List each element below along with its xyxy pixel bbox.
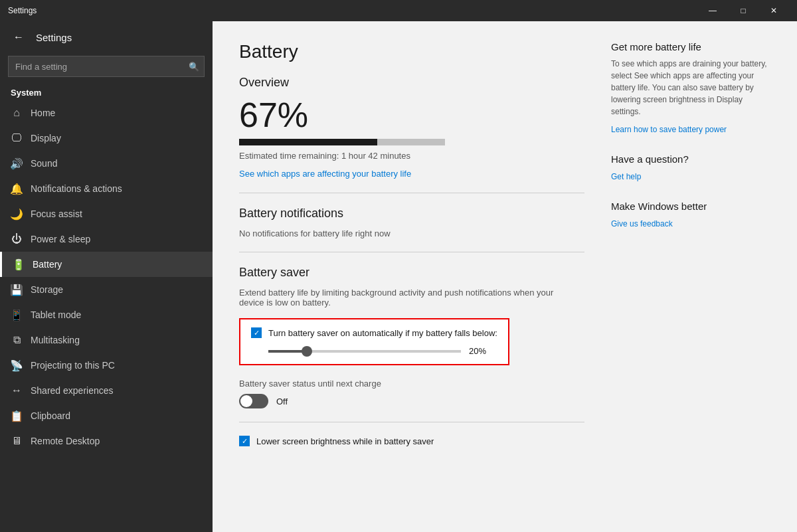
minimize-button[interactable]: — bbox=[697, 0, 728, 21]
sidebar-item-projecting[interactable]: 📡 Projecting to this PC bbox=[0, 353, 213, 378]
checkmark-icon-2: ✓ bbox=[242, 437, 248, 446]
right-title-2: Have a question? bbox=[611, 153, 770, 165]
lower-brightness-row: ✓ Lower screen brightness while in batte… bbox=[239, 436, 584, 446]
right-desc-1: To see which apps are draining your batt… bbox=[611, 58, 770, 118]
sidebar-item-multitasking[interactable]: ⧉ Multitasking bbox=[0, 327, 213, 353]
saver-title: Battery saver bbox=[239, 266, 584, 280]
notifications-title: Battery notifications bbox=[239, 207, 584, 221]
slider-row: 20% bbox=[268, 346, 497, 356]
remote-icon: 🖥 bbox=[11, 435, 23, 447]
divider-2 bbox=[239, 252, 584, 252]
toggle-row: Off bbox=[239, 394, 584, 408]
multitasking-icon: ⧉ bbox=[11, 334, 23, 346]
sidebar-item-label: Battery bbox=[33, 259, 62, 270]
status-label: Battery saver status until next charge bbox=[239, 379, 584, 389]
estimated-time: Estimated time remaining: 1 hour 42 minu… bbox=[239, 151, 584, 161]
focus-icon: 🌙 bbox=[11, 208, 23, 220]
sidebar-header: ← Settings bbox=[0, 21, 213, 53]
checkbox-row: ✓ Turn battery saver on automatically if… bbox=[251, 327, 497, 338]
right-panel: Get more battery life To see which apps … bbox=[611, 41, 770, 512]
battery-saver-checkbox[interactable]: ✓ bbox=[251, 327, 262, 338]
sidebar-app-title: Settings bbox=[36, 32, 72, 43]
lower-brightness-checkbox[interactable]: ✓ bbox=[239, 436, 250, 446]
sidebar-item-label: Projecting to this PC bbox=[31, 360, 115, 371]
shared-icon: ↔ bbox=[11, 385, 23, 397]
sidebar-item-label: Storage bbox=[31, 284, 63, 295]
sidebar-item-power[interactable]: ⏻ Power & sleep bbox=[0, 226, 213, 252]
sidebar-item-label: Tablet mode bbox=[31, 310, 81, 320]
sidebar-item-label: Power & sleep bbox=[31, 234, 90, 244]
right-title-3: Make Windows better bbox=[611, 201, 770, 212]
checkmark-icon: ✓ bbox=[254, 329, 260, 337]
sidebar-item-label: Notifications & actions bbox=[31, 183, 122, 194]
battery-percent: 67% bbox=[239, 98, 584, 132]
main-content: Battery Overview 67% Estimated time rema… bbox=[239, 41, 584, 512]
right-title-1: Get more battery life bbox=[611, 41, 770, 52]
sidebar: ← Settings 🔍 System ⌂ Home 🖵 Display 🔊 S… bbox=[0, 21, 213, 532]
titlebar: Settings — □ ✕ bbox=[0, 0, 797, 21]
battery-slider-thumb[interactable] bbox=[302, 346, 312, 357]
tablet-icon: 📱 bbox=[11, 309, 23, 321]
sidebar-section-label: System bbox=[0, 82, 213, 100]
sidebar-item-label: Home bbox=[31, 108, 55, 118]
sidebar-item-notifications[interactable]: 🔔 Notifications & actions bbox=[0, 176, 213, 201]
main-window: ← Settings 🔍 System ⌂ Home 🖵 Display 🔊 S… bbox=[0, 21, 797, 532]
back-button[interactable]: ← bbox=[8, 27, 29, 48]
sidebar-item-clipboard[interactable]: 📋 Clipboard bbox=[0, 403, 213, 428]
right-section-1: Get more battery life To see which apps … bbox=[611, 41, 770, 135]
page-title: Battery bbox=[239, 41, 584, 62]
power-icon: ⏻ bbox=[11, 233, 23, 245]
sidebar-item-label: Remote Desktop bbox=[31, 436, 100, 446]
toggle-label: Off bbox=[276, 397, 288, 406]
save-battery-link[interactable]: Learn how to save battery power bbox=[611, 125, 727, 134]
right-section-2: Have a question? Get help bbox=[611, 153, 770, 182]
divider-3 bbox=[239, 422, 584, 422]
notifications-icon: 🔔 bbox=[11, 183, 23, 195]
home-icon: ⌂ bbox=[11, 107, 23, 119]
storage-icon: 💾 bbox=[11, 284, 23, 296]
sidebar-item-focus[interactable]: 🌙 Focus assist bbox=[0, 201, 213, 226]
battery-saver-box: ✓ Turn battery saver on automatically if… bbox=[239, 318, 509, 365]
close-button[interactable]: ✕ bbox=[758, 0, 789, 21]
content-area: Battery Overview 67% Estimated time rema… bbox=[213, 21, 797, 532]
saver-desc: Extend battery life by limiting backgrou… bbox=[239, 288, 571, 308]
app-title: Settings bbox=[8, 6, 697, 15]
maximize-button[interactable]: □ bbox=[728, 0, 758, 21]
sidebar-item-label: Shared experiences bbox=[31, 385, 114, 396]
slider-value: 20% bbox=[469, 346, 489, 356]
projecting-icon: 📡 bbox=[11, 359, 23, 371]
window-controls: — □ ✕ bbox=[697, 0, 789, 21]
battery-bar bbox=[239, 139, 445, 145]
battery-slider-track bbox=[268, 350, 461, 353]
toggle-knob bbox=[240, 395, 252, 407]
sidebar-item-label: Clipboard bbox=[31, 410, 70, 421]
battery-icon: 🔋 bbox=[13, 258, 25, 270]
battery-saver-toggle[interactable] bbox=[239, 394, 268, 408]
feedback-link[interactable]: Give us feedback bbox=[611, 219, 673, 228]
checkbox-label: Turn battery saver on automatically if m… bbox=[268, 328, 497, 338]
sidebar-item-label: Sound bbox=[31, 158, 57, 169]
sidebar-item-shared[interactable]: ↔ Shared experiences bbox=[0, 378, 213, 403]
notifications-desc: No notifications for battery life right … bbox=[239, 228, 584, 238]
clipboard-icon: 📋 bbox=[11, 410, 23, 422]
sidebar-item-tablet[interactable]: 📱 Tablet mode bbox=[0, 302, 213, 327]
get-help-link[interactable]: Get help bbox=[611, 172, 641, 181]
sound-icon: 🔊 bbox=[11, 157, 23, 169]
battery-bar-fill bbox=[239, 139, 377, 145]
sidebar-item-home[interactable]: ⌂ Home bbox=[0, 100, 213, 126]
search-icon: 🔍 bbox=[189, 62, 199, 72]
right-section-3: Make Windows better Give us feedback bbox=[611, 201, 770, 229]
sidebar-item-sound[interactable]: 🔊 Sound bbox=[0, 151, 213, 176]
sidebar-item-label: Display bbox=[31, 133, 61, 143]
sidebar-item-display[interactable]: 🖵 Display bbox=[0, 126, 213, 151]
search-box: 🔍 bbox=[8, 56, 205, 77]
sidebar-item-remote[interactable]: 🖥 Remote Desktop bbox=[0, 428, 213, 454]
battery-apps-link[interactable]: See which apps are affecting your batter… bbox=[239, 169, 411, 179]
sidebar-item-battery[interactable]: 🔋 Battery ◀◀ bbox=[0, 252, 213, 277]
sidebar-item-label: Focus assist bbox=[31, 209, 82, 219]
sidebar-item-storage[interactable]: 💾 Storage bbox=[0, 277, 213, 302]
overview-title: Overview bbox=[239, 76, 584, 90]
search-input[interactable] bbox=[8, 56, 205, 77]
lower-brightness-label: Lower screen brightness while in battery… bbox=[256, 436, 434, 446]
display-icon: 🖵 bbox=[11, 132, 23, 144]
